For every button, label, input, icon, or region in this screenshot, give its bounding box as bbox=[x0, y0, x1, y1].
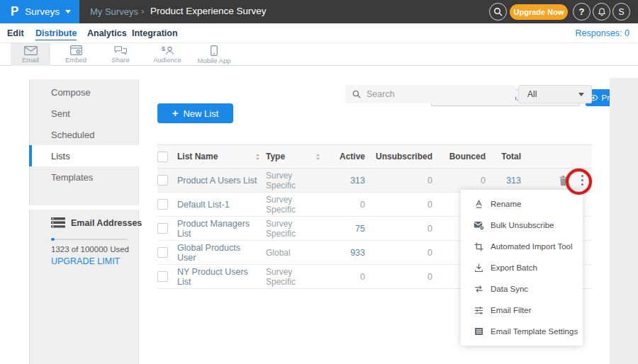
sidebar-divider bbox=[29, 205, 140, 210]
list-name-link[interactable]: NY Product Users List bbox=[177, 267, 260, 287]
import-crop-icon bbox=[473, 242, 484, 251]
svg-text:$: $ bbox=[162, 45, 165, 52]
menu-item-bulk-unsubscribe[interactable]: Bulk Unsubscribe bbox=[461, 215, 583, 236]
tab-distribute[interactable]: Distribute bbox=[35, 28, 77, 40]
right-margin bbox=[610, 78, 638, 364]
unsubscribed-count: 0 bbox=[365, 176, 432, 186]
sidebar-item-compose[interactable]: Compose bbox=[29, 81, 139, 103]
responses-count[interactable]: Responses: 0 bbox=[576, 28, 629, 38]
active-count[interactable]: 75 bbox=[326, 224, 365, 234]
sync-repeat-icon bbox=[473, 285, 484, 293]
help-icon[interactable]: ? bbox=[573, 3, 591, 21]
search-input[interactable] bbox=[366, 89, 515, 99]
col-header-active: Active bbox=[326, 152, 365, 161]
bulk-unsubscribe-icon bbox=[473, 221, 484, 230]
upgrade-now-button[interactable]: Upgrade Now bbox=[510, 4, 568, 20]
col-header-list-name: List Name bbox=[177, 152, 218, 161]
menu-item-email-filter[interactable]: Email Filter bbox=[461, 300, 583, 321]
table-header-row: List Name Type Active Unsubscribed Bounc… bbox=[157, 144, 592, 169]
survey-nav-tabs: Edit Distribute Analytics Integration Re… bbox=[0, 23, 638, 43]
audience-icon: $ bbox=[161, 45, 174, 55]
unsubscribed-count: 0 bbox=[365, 248, 432, 258]
breadcrumb-current page-title: Product Experience Survey bbox=[150, 6, 267, 16]
search-icon bbox=[345, 90, 366, 98]
menu-item-export-batch[interactable]: Export Batch bbox=[461, 257, 583, 278]
row-menu-kebab-icon[interactable] bbox=[580, 174, 585, 187]
email-usage-progress-fill bbox=[51, 238, 55, 241]
menu-item-data-sync[interactable]: Data Sync bbox=[461, 278, 583, 300]
app-window: P Surveys My Surveys › Product Experienc… bbox=[0, 0, 638, 364]
row-checkbox[interactable] bbox=[157, 271, 168, 282]
email-addresses-list-icon bbox=[51, 217, 65, 231]
row-checkbox[interactable] bbox=[157, 199, 168, 210]
product-switcher[interactable]: P Surveys bbox=[0, 0, 79, 23]
breadcrumb-parent[interactable]: My Surveys bbox=[90, 6, 138, 17]
unsubscribed-count: 0 bbox=[365, 200, 432, 210]
channel-share[interactable]: Share bbox=[101, 43, 140, 66]
search-icon[interactable] bbox=[489, 3, 507, 21]
export-download-icon bbox=[473, 263, 484, 273]
delete-trash-icon[interactable] bbox=[558, 175, 569, 186]
col-header-unsubscribed: Unsubscribed bbox=[365, 152, 432, 161]
table-row: Product A Users List Survey Specific 313… bbox=[157, 169, 592, 193]
distribute-toolbar: Email Embed Share $ Audience Mobile App … bbox=[0, 43, 638, 66]
list-name-link[interactable]: Default List-1 bbox=[177, 200, 230, 210]
menu-item-rename[interactable]: Rename bbox=[461, 193, 583, 215]
col-header-total: Total bbox=[486, 152, 521, 161]
sidebar-item-lists[interactable]: Lists bbox=[29, 145, 139, 166]
email-addresses-title: Email Addresses bbox=[71, 218, 142, 228]
share-bubbles-icon bbox=[114, 45, 127, 55]
sidebar-item-scheduled[interactable]: Scheduled bbox=[29, 124, 139, 145]
list-filter-dropdown[interactable]: All bbox=[518, 85, 592, 103]
channel-email[interactable]: Email bbox=[11, 43, 50, 66]
list-search-field bbox=[345, 85, 515, 103]
list-name-link[interactable]: Global Products User bbox=[177, 243, 260, 263]
active-count[interactable]: 0 bbox=[326, 200, 365, 210]
sidebar-item-templates[interactable]: Templates bbox=[29, 166, 139, 188]
active-count[interactable]: 933 bbox=[326, 248, 365, 258]
unsubscribed-count: 0 bbox=[365, 224, 432, 234]
chevron-down-icon bbox=[578, 93, 584, 96]
breadcrumb-separator: › bbox=[141, 6, 144, 16]
email-usage-progressbar bbox=[51, 239, 128, 240]
row-checkbox[interactable] bbox=[157, 223, 168, 234]
channel-embed[interactable]: Embed bbox=[56, 43, 96, 66]
row-checkbox[interactable] bbox=[157, 175, 168, 186]
menu-item-email-template-settings[interactable]: Email Template Settings bbox=[461, 321, 583, 342]
upgrade-limit-link[interactable]: UPGRADE LIMIT bbox=[51, 256, 120, 266]
col-header-bounced: Bounced bbox=[432, 152, 486, 161]
select-all-checkbox[interactable] bbox=[157, 152, 168, 162]
product-menu-label: Surveys bbox=[25, 6, 60, 17]
bounced-count: 0 bbox=[432, 176, 486, 186]
chevron-down-icon bbox=[65, 10, 71, 13]
filter-sliders-icon bbox=[473, 306, 484, 315]
embed-window-icon bbox=[70, 45, 82, 55]
top-header: P Surveys My Surveys › Product Experienc… bbox=[0, 0, 638, 23]
tab-edit[interactable]: Edit bbox=[7, 28, 24, 38]
tab-analytics[interactable]: Analytics bbox=[87, 28, 127, 38]
channel-audience[interactable]: $ Audience bbox=[145, 43, 189, 66]
template-settings-icon bbox=[473, 327, 484, 336]
avatar[interactable]: S bbox=[612, 3, 630, 21]
active-count[interactable]: 313 bbox=[326, 176, 365, 186]
questionpro-logo-icon: P bbox=[11, 4, 18, 19]
sort-icon[interactable] bbox=[315, 153, 320, 161]
list-name-link[interactable]: Product A Users List bbox=[177, 176, 257, 186]
tab-integration[interactable]: Integration bbox=[132, 28, 178, 38]
active-count[interactable]: 0 bbox=[326, 272, 365, 282]
email-usage-text: 1323 of 100000 Used bbox=[51, 245, 129, 254]
col-header-type: Type bbox=[266, 152, 285, 161]
menu-item-automated-import-tool[interactable]: Automated Import Tool bbox=[461, 236, 583, 257]
mobile-phone-icon bbox=[211, 45, 218, 56]
email-envelope-icon bbox=[24, 46, 38, 55]
channel-mobile-app[interactable]: Mobile App bbox=[193, 43, 235, 66]
row-checkbox[interactable] bbox=[157, 247, 168, 258]
sort-icon[interactable] bbox=[255, 153, 260, 161]
unsubscribed-count: 0 bbox=[365, 272, 432, 282]
sidebar-item-sent[interactable]: Sent bbox=[29, 103, 139, 124]
filter-selected-value: All bbox=[527, 89, 537, 99]
rename-icon bbox=[473, 199, 484, 209]
new-list-button[interactable]: + New List bbox=[157, 103, 233, 123]
notifications-bell-icon[interactable] bbox=[593, 3, 610, 21]
list-name-link[interactable]: Product Managers List bbox=[177, 219, 260, 239]
